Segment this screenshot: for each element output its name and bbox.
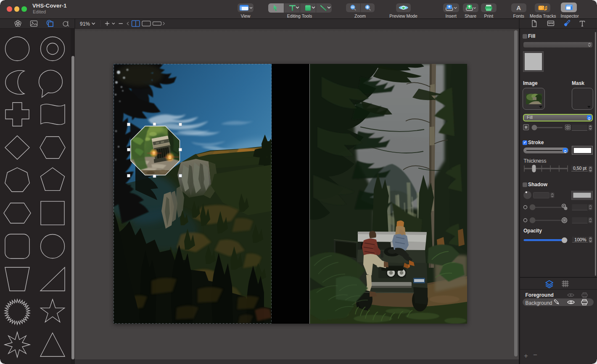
svg-text:91%: 91% [80, 21, 90, 27]
